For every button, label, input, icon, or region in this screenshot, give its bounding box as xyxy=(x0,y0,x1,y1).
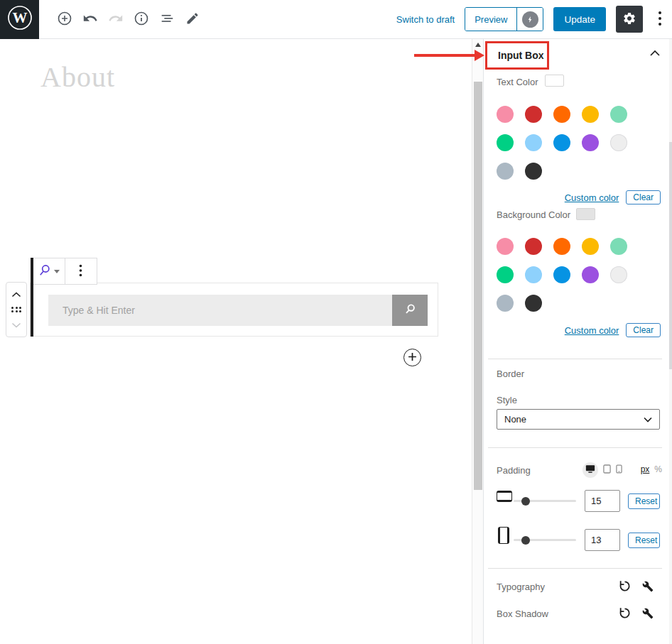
editor-scrollbar[interactable] xyxy=(472,39,483,644)
slider-thumb[interactable] xyxy=(521,497,530,506)
chevron-up-icon xyxy=(649,48,661,59)
redo-button[interactable] xyxy=(103,6,129,32)
move-down-button[interactable] xyxy=(11,320,21,330)
color-swatch[interactable] xyxy=(497,238,514,255)
divider xyxy=(488,359,662,359)
search-input[interactable] xyxy=(48,295,392,326)
update-button[interactable]: Update xyxy=(553,7,606,31)
search-block[interactable] xyxy=(30,283,438,337)
color-swatch[interactable] xyxy=(525,238,542,255)
block-options-button[interactable] xyxy=(65,258,97,284)
collapse-panel-button[interactable] xyxy=(649,48,661,59)
lightning-icon xyxy=(522,11,538,28)
color-swatch[interactable] xyxy=(553,238,570,255)
mobile-device-button[interactable] xyxy=(616,464,622,476)
padding-section-label: Padding xyxy=(497,465,531,476)
color-swatch[interactable] xyxy=(610,238,627,255)
background-color-label: Background Color xyxy=(497,209,570,220)
color-swatch[interactable] xyxy=(497,295,514,312)
color-swatch[interactable] xyxy=(525,266,542,283)
custom-color-link[interactable]: Custom color xyxy=(565,325,619,336)
slider-thumb[interactable] xyxy=(521,536,530,545)
sidebar-scrollbar[interactable] xyxy=(669,39,672,644)
text-color-indicator[interactable] xyxy=(545,75,564,87)
add-block-appender[interactable] xyxy=(403,349,421,366)
unit-percent-button[interactable]: % xyxy=(654,464,662,474)
divider xyxy=(488,568,662,569)
preview-button-group: Preview xyxy=(465,7,543,31)
wordpress-logo-button[interactable]: W xyxy=(0,0,39,39)
block-toolbar xyxy=(33,258,97,285)
block-mover xyxy=(6,282,27,337)
edit-mode-button[interactable] xyxy=(180,6,205,32)
reset-horizontal-padding-button[interactable]: Reset xyxy=(628,533,660,548)
unit-px-button[interactable]: px xyxy=(641,464,650,474)
tablet-device-button[interactable] xyxy=(603,464,611,476)
horizontal-padding-input[interactable] xyxy=(585,529,620,551)
preview-button[interactable]: Preview xyxy=(465,8,517,31)
drag-handle[interactable] xyxy=(11,307,21,313)
typography-reset-button[interactable] xyxy=(619,580,631,594)
color-swatch[interactable] xyxy=(582,266,599,283)
border-style-label: Style xyxy=(497,395,517,405)
typography-settings-button[interactable] xyxy=(642,581,654,594)
vertical-padding-slider[interactable] xyxy=(514,500,576,502)
color-swatch[interactable] xyxy=(553,106,570,123)
color-swatch[interactable] xyxy=(610,266,627,283)
color-swatch[interactable] xyxy=(582,106,599,123)
color-swatch[interactable] xyxy=(610,134,627,151)
add-block-button[interactable] xyxy=(52,6,77,32)
page-title[interactable]: About xyxy=(40,60,115,94)
clear-color-button[interactable]: Clear xyxy=(626,323,661,337)
details-button[interactable] xyxy=(129,6,154,32)
search-submit-button[interactable] xyxy=(392,295,428,326)
vertical-padding-input[interactable] xyxy=(585,490,620,512)
clear-color-button[interactable]: Clear xyxy=(626,190,661,204)
border-style-select[interactable]: None xyxy=(497,409,660,430)
scroll-up-arrow[interactable] xyxy=(472,39,483,50)
redo-icon xyxy=(108,11,124,28)
move-up-button[interactable] xyxy=(11,289,21,300)
color-swatch[interactable] xyxy=(497,163,514,180)
color-swatch[interactable] xyxy=(553,266,570,283)
color-swatch[interactable] xyxy=(525,163,542,180)
switch-to-draft-link[interactable]: Switch to draft xyxy=(396,14,455,25)
reset-rotate-icon xyxy=(619,607,631,621)
color-swatch[interactable] xyxy=(610,106,627,123)
color-swatch[interactable] xyxy=(497,106,514,123)
undo-icon xyxy=(82,11,98,28)
color-swatch[interactable] xyxy=(525,295,542,312)
color-swatch[interactable] xyxy=(582,238,599,255)
vertical-padding-icon xyxy=(497,491,512,502)
block-selection-indicator xyxy=(31,258,33,337)
box-shadow-label: Box Shadow xyxy=(497,608,548,619)
search-icon xyxy=(403,302,417,318)
chevron-down-icon xyxy=(54,270,60,273)
list-view-button[interactable] xyxy=(154,6,180,32)
desktop-device-button[interactable] xyxy=(582,462,598,478)
undo-button[interactable] xyxy=(77,6,103,32)
color-swatch[interactable] xyxy=(525,134,542,151)
boost-preview-button[interactable] xyxy=(517,8,543,31)
box-shadow-settings-button[interactable] xyxy=(642,608,654,621)
settings-button[interactable] xyxy=(616,6,643,33)
editor-canvas: About xyxy=(0,39,472,644)
background-color-indicator[interactable] xyxy=(576,208,595,220)
color-swatch[interactable] xyxy=(497,266,514,283)
color-swatch[interactable] xyxy=(582,134,599,151)
kebab-icon xyxy=(658,11,662,28)
text-color-palette xyxy=(497,106,627,180)
options-menu-button[interactable] xyxy=(653,6,667,32)
custom-color-link[interactable]: Custom color xyxy=(565,192,619,203)
color-swatch[interactable] xyxy=(525,106,542,123)
scrollbar-thumb[interactable] xyxy=(669,142,672,369)
box-shadow-reset-button[interactable] xyxy=(619,607,631,621)
horizontal-padding-slider[interactable] xyxy=(514,539,576,541)
block-type-button[interactable] xyxy=(33,258,65,284)
color-swatch[interactable] xyxy=(553,134,570,151)
reset-vertical-padding-button[interactable]: Reset xyxy=(628,493,660,509)
color-swatch[interactable] xyxy=(497,134,514,151)
list-view-icon xyxy=(159,11,175,28)
horizontal-padding-icon xyxy=(498,527,509,544)
scrollbar-thumb[interactable] xyxy=(474,82,482,490)
